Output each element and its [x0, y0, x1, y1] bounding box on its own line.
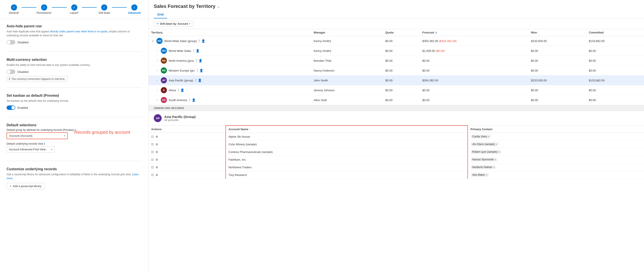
share-icon[interactable]: ⤴: [196, 69, 198, 72]
edit-icon[interactable]: ⊡: [151, 158, 154, 161]
territory-name: Africa: [169, 89, 176, 92]
td-row-actions: ⊡ ⊕: [148, 148, 226, 156]
plus-icon: +: [10, 185, 12, 188]
user-icon[interactable]: 👤: [200, 69, 203, 72]
underlying-table-row: ⊡ ⊕ Coho Winery (sample) Jim Glynn (samp…: [148, 141, 644, 148]
account-name-value: Contoso Pharmaceuticals (sample): [228, 150, 273, 154]
contact-name: Heriberto Nathan: [472, 166, 492, 169]
tag-close-icon[interactable]: ×: [498, 151, 500, 153]
drill-down-button[interactable]: ⟳ Drill down by: Account ▾: [154, 21, 193, 27]
edit-icon[interactable]: ⊡: [151, 135, 154, 138]
expand-icon[interactable]: ›: [156, 49, 159, 52]
more-icon[interactable]: ⊕: [156, 173, 158, 177]
tag-close-icon[interactable]: ×: [493, 166, 494, 169]
user-icon[interactable]: 👤: [198, 79, 202, 82]
more-icon[interactable]: ⊕: [156, 150, 158, 154]
expand-icon[interactable]: ›: [156, 79, 159, 82]
auto-hide-toggle[interactable]: [6, 40, 15, 44]
share-icon[interactable]: ⤴: [198, 39, 200, 43]
th-primary-contact: Primary Contact: [468, 125, 644, 133]
underlying-info: AP Asia Pacific (Group) All accounts: [148, 111, 644, 125]
learn-more-link[interactable]: Learn more.: [6, 173, 139, 180]
td-quota: $0.00: [383, 36, 420, 46]
underlying-name-block: Asia Pacific (Group) All accounts: [164, 115, 196, 122]
more-icon[interactable]: ⊕: [156, 158, 158, 161]
share-icon[interactable]: ⤴: [196, 59, 197, 62]
td-forecast: $0.00: [420, 85, 528, 95]
td-account-name: Contoso Pharmaceuticals (sample): [226, 148, 468, 156]
table-row: › SA South America ⤴ 👤 Alton Stott $0.00…: [148, 95, 644, 105]
table-row: › A Africa ⤴ 👤 Jeremy Johnson $0.00 $0.0…: [148, 85, 644, 95]
td-manager: Kenny Smith1: [311, 46, 383, 56]
section-auto-hide: Auto-hide parent row Auto-hide duplicate…: [6, 24, 142, 52]
title-dropdown-icon[interactable]: ⌄: [217, 4, 220, 9]
edit-icon[interactable]: ⊡: [151, 173, 154, 177]
drill-chevron-icon: ▾: [189, 23, 190, 25]
contact-tag: Jim Glynn (sample) ×: [470, 142, 499, 146]
step-line-1: [22, 7, 37, 8]
share-icon[interactable]: ⤴: [178, 88, 179, 92]
page-title: Sales Forecast by Territory: [154, 4, 216, 9]
share-icon[interactable]: ⤴: [195, 79, 196, 82]
share-icon[interactable]: ⤴: [193, 49, 194, 53]
kanban-toggle-label: Enabled: [18, 106, 28, 109]
account-name-value: Trey Research: [228, 173, 247, 177]
td-account-name: Northwind Traders: [226, 164, 468, 171]
user-icon[interactable]: 👤: [196, 49, 200, 53]
sort-asc-icon[interactable]: ↑: [249, 128, 250, 131]
step-permissions[interactable]: ✓ Permissions*: [36, 4, 52, 15]
expand-icon[interactable]: ›: [156, 99, 159, 101]
edit-icon[interactable]: ⊡: [151, 143, 154, 146]
th-won: Won: [528, 29, 586, 36]
territory-avatar: NA: [161, 58, 167, 64]
step-general[interactable]: ✓ General*: [6, 4, 22, 15]
user-icon[interactable]: 👤: [180, 88, 184, 92]
kanban-toggle[interactable]: [6, 105, 15, 110]
user-icon[interactable]: 👤: [192, 98, 196, 102]
user-icon[interactable]: 👤: [198, 59, 202, 62]
add-javascript-button[interactable]: + Add a javascript library: [6, 183, 45, 189]
td-manager: Kenny Smith1: [311, 36, 383, 46]
territory-name: Western Europe (grc: [169, 69, 195, 72]
step-drilldown[interactable]: ✓ Drill down: [97, 4, 112, 15]
share-icon[interactable]: ⤴: [189, 98, 190, 102]
multi-currency-toggle[interactable]: [6, 70, 15, 74]
user-icon[interactable]: 👤: [202, 39, 205, 43]
edit-icon[interactable]: ⊡: [151, 150, 154, 154]
td-quota: $0.00: [383, 46, 420, 56]
table-row: › WS World Wide Sales ⤴ 👤 Kenny Smith1 $…: [148, 46, 644, 56]
field-underlying-view-select[interactable]: Account Advanced Find View ▾: [6, 146, 54, 153]
more-icon[interactable]: ⊕: [156, 135, 158, 138]
tag-close-icon[interactable]: ×: [486, 174, 487, 176]
expand-icon[interactable]: ›: [156, 69, 159, 72]
td-account-name: Fabrikam, Inc.: [226, 156, 468, 164]
step-advanced[interactable]: ✓ Advanced: [127, 4, 142, 15]
step-layout[interactable]: ✓ Layout*: [67, 4, 82, 15]
territory-avatar: A: [161, 87, 167, 93]
contact-name: Haroun Stormonth: [472, 158, 494, 161]
tab-grid[interactable]: Grid: [154, 11, 167, 18]
chevron-down-icon: ▾: [64, 134, 65, 137]
more-icon[interactable]: ⊕: [156, 166, 158, 169]
expand-icon[interactable]: ›: [156, 59, 159, 62]
tag-close-icon[interactable]: ×: [496, 143, 497, 146]
left-panel: ✓ General* ✓ Permissions* ✓ Layout* ✓ Dr…: [0, 0, 148, 272]
step-line-4: [112, 7, 127, 8]
edit-icon[interactable]: ⊡: [151, 166, 154, 169]
grid-area: Territory Manager Quota Forecast ℹ Won C…: [148, 29, 644, 272]
field-group-by-select[interactable]: Account (Account) ▾: [6, 132, 68, 139]
underlying-header-row: Actions Account Name ↑ Primary Contact: [148, 125, 644, 133]
contact-name: Cacilia Viera: [472, 135, 487, 138]
territory-avatar: WS: [161, 48, 167, 54]
underlying-group-sub: All accounts: [164, 119, 196, 122]
collapse-icon[interactable]: ∨: [151, 40, 155, 42]
td-territory: › NA North America (grou ⤴ 👤: [148, 56, 311, 66]
account-name-value: Coho Winery (sample): [228, 143, 257, 146]
more-icon[interactable]: ⊕: [156, 143, 158, 146]
tag-close-icon[interactable]: ×: [494, 158, 496, 161]
td-forecast: $0.00: [420, 56, 528, 66]
tag-close-icon[interactable]: ×: [488, 135, 489, 138]
step-layout-label: Layout*: [70, 11, 79, 15]
auto-hide-toggle-row: Disabled: [6, 40, 142, 44]
expand-icon[interactable]: ›: [156, 89, 159, 91]
